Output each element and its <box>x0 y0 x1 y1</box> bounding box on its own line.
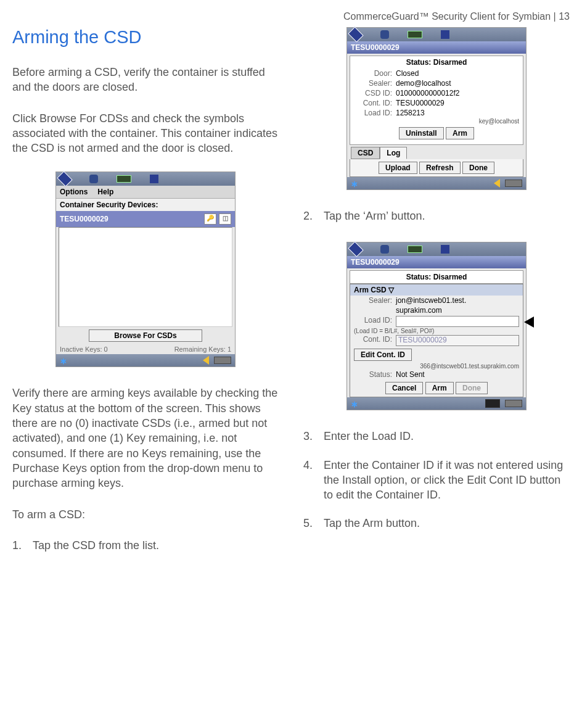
left-column: Arming the CSD Before arming a CSD, veri… <box>12 27 279 566</box>
battery-icon <box>408 246 422 253</box>
intro-para-2: Click Browse For CDSs and check the symb… <box>12 111 279 156</box>
device-csd-status: TESU0000029 Status: Disarmed Door:Closed… <box>346 27 527 190</box>
status-label: Status: Disarmed <box>350 56 523 68</box>
step-2-number: 2. <box>303 209 313 223</box>
arm-button[interactable]: Arm <box>446 127 474 139</box>
arm-button[interactable]: Arm <box>425 382 454 394</box>
page-header: CommerceGuard™ Security Client for Symbi… <box>12 11 570 22</box>
contid-value: TESU0000029 <box>396 99 519 107</box>
remaining-keys-label: Remaining Keys: 1 <box>174 345 231 353</box>
device-status-bar <box>347 28 526 41</box>
uninstall-button[interactable]: Uninstall <box>399 127 444 139</box>
sealer-key: Sealer: <box>354 296 392 305</box>
device-status-bar <box>56 172 235 186</box>
csd-list-empty-area <box>59 227 232 327</box>
bluetooth-icon: ∗ <box>351 179 358 188</box>
tab-log[interactable]: Log <box>380 147 407 159</box>
tab-csd[interactable]: CSD <box>351 147 380 159</box>
step-5-number: 5. <box>303 516 313 531</box>
arm-csd-panel: Arm CSD ▽ Sealer:jon@intscweb01.test. su… <box>350 284 523 397</box>
right-column: TESU0000029 Status: Disarmed Door:Closed… <box>303 27 570 566</box>
browse-for-csds-button[interactable]: Browse For CSDs <box>89 329 202 342</box>
step-4-text: Enter the Container ID if it was not ent… <box>324 458 570 503</box>
send-status-key: Status: <box>354 370 392 379</box>
csd-list-item[interactable]: TESU0000029 🔑 ◫ <box>56 211 235 227</box>
key-account-label: key@localhost <box>350 118 523 125</box>
csdid-value: 01000000000012f2 <box>396 89 519 97</box>
phone-icon <box>380 30 389 39</box>
done-button[interactable]: Done <box>462 162 494 174</box>
home-icon <box>57 172 72 187</box>
step-2: 2. Tap the ‘Arm’ button. <box>303 209 570 223</box>
server-email-label: 366@intscweb01.test.suprakim.com <box>350 363 523 370</box>
step-2-text: Tap the ‘Arm’ button. <box>324 209 570 223</box>
loadid-key: Load ID: <box>354 316 392 327</box>
step-5: 5. Tap the Arm button. <box>303 516 570 531</box>
step-1-number: 1. <box>12 538 22 553</box>
loadid-value: 1258213 <box>396 109 519 117</box>
csd-id-label: TESU0000029 <box>60 215 109 223</box>
battery-icon <box>117 175 131 183</box>
edit-cont-id-button[interactable]: Edit Cont. ID <box>354 349 412 361</box>
phone-icon <box>380 245 389 254</box>
contid-key: Cont. ID: <box>354 99 392 107</box>
send-status-value: Not Sent <box>396 370 519 379</box>
to-arm-label: To arm a CSD: <box>12 507 279 522</box>
inactive-keys-label: Inactive Keys: 0 <box>60 345 108 353</box>
bluetooth-icon: ∗ <box>351 399 358 408</box>
csd-title: TESU0000029 <box>347 41 526 54</box>
arm-csd-panel-title: Arm CSD ▽ <box>350 284 523 296</box>
device-menubar: Options Help <box>56 186 235 199</box>
loadid-hint: (Load ID = B/L#, Seal#, PO#) <box>350 328 523 334</box>
door-icon: ◫ <box>219 213 231 225</box>
step-3: 3. Enter the Load ID. <box>303 429 570 444</box>
step-3-text: Enter the Load ID. <box>324 429 570 444</box>
cancel-button[interactable]: Cancel <box>385 382 423 394</box>
battery-icon <box>408 31 422 38</box>
apps-icon <box>441 30 449 39</box>
step-4: 4. Enter the Container ID if it was not … <box>303 458 570 503</box>
bluetooth-icon: ∗ <box>60 356 67 365</box>
key-icon: 🔑 <box>204 213 216 225</box>
device-bottom-bar: ∗ <box>56 354 235 366</box>
door-key: Door: <box>354 69 392 78</box>
intro-para-1: Before arming a CSD, verify the containe… <box>12 65 279 95</box>
done-button[interactable]: Done <box>456 382 488 394</box>
task-icon <box>505 400 522 407</box>
refresh-button[interactable]: Refresh <box>419 162 461 174</box>
csdid-key: CSD ID: <box>354 89 392 97</box>
step-1: 1. Tap the CSD from the list. <box>12 538 279 553</box>
sealer-value-line2: suprakim.com <box>396 306 519 315</box>
step-4-number: 4. <box>303 458 313 503</box>
section-title: Arming the CSD <box>12 27 279 48</box>
status-label: Status: Disarmed <box>350 270 523 284</box>
step-5-text: Tap the Arm button. <box>324 516 570 531</box>
contid-key: Cont. ID: <box>354 335 392 346</box>
apps-icon <box>150 175 158 183</box>
contid-input[interactable]: TESU0000029 <box>396 335 519 346</box>
csd-title: TESU0000029 <box>347 256 526 268</box>
upload-button[interactable]: Upload <box>379 162 417 174</box>
csd-list-title: Container Security Devices: <box>56 199 235 211</box>
device-status-bar <box>347 242 526 256</box>
menu-options[interactable]: Options <box>60 188 88 196</box>
home-icon <box>348 242 363 257</box>
keyboard-icon <box>485 399 500 408</box>
device-bottom-bar: ∗ <box>347 397 526 410</box>
speaker-icon <box>494 179 500 188</box>
device-arm-csd-dialog: TESU0000029 Status: Disarmed Arm CSD ▽ S… <box>346 242 527 410</box>
task-icon <box>505 180 522 187</box>
task-icon <box>214 357 231 364</box>
step-1-text: Tap the CSD from the list. <box>33 538 279 553</box>
menu-help[interactable]: Help <box>97 188 113 196</box>
sealer-key: Sealer: <box>354 79 392 88</box>
step-3-number: 3. <box>303 429 313 444</box>
device-bottom-bar: ∗ <box>347 177 526 189</box>
door-value: Closed <box>396 69 519 78</box>
speaker-icon <box>203 356 209 365</box>
home-icon <box>348 27 363 42</box>
phone-icon <box>89 175 98 183</box>
loadid-input[interactable] <box>396 316 519 327</box>
key-status-para: Verify there are arming keys available b… <box>12 386 279 490</box>
device-browse-csds: Options Help Container Security Devices:… <box>55 172 236 367</box>
